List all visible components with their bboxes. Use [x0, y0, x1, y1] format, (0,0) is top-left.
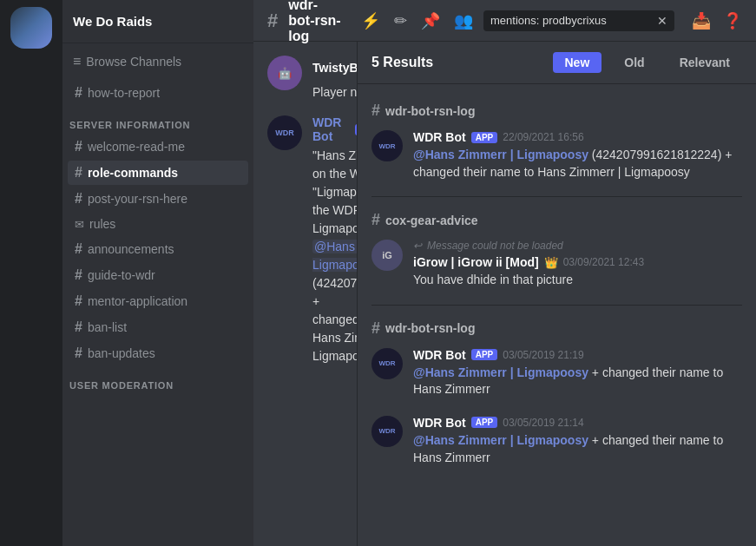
message-content: TwistyBot APP 22/09/2021 16:55 Player no… — [312, 56, 357, 102]
edit-icon[interactable]: ✏ — [394, 11, 407, 30]
channel-item-announcements[interactable]: # announcements — [68, 237, 248, 261]
envelope-icon: ✉ — [75, 218, 84, 231]
result-channel-name: wdr-bot-rsn-log — [385, 321, 475, 335]
hash-icon: # — [75, 319, 82, 335]
browse-icon: ≡ — [73, 54, 81, 69]
result-content: WDR Bot APP 22/09/2021 16:56 @Hans Zimme… — [413, 130, 742, 181]
result-message: iG ↩ Message could not be loaded iGrow |… — [358, 234, 756, 298]
server-name[interactable]: We Do Raids — [62, 0, 253, 43]
mention-highlight: @Hans Zimmerr | Ligmapoosy — [413, 433, 588, 447]
message-header: WDR Bot APP 22/09/2021 16:56 — [312, 115, 357, 143]
result-text: @Hans Zimmerr | Ligmapoosy + changed the… — [413, 365, 742, 398]
channel-name: guide-to-wdr — [88, 268, 155, 282]
result-divider — [371, 305, 742, 306]
result-text: @Hans Zimmerr | Ligmapoosy + changed the… — [413, 432, 742, 466]
inbox-icon[interactable]: 📥 — [692, 11, 711, 30]
sort-new-button[interactable]: New — [553, 52, 602, 73]
mention-highlight: @Hans Zimmerr | Ligmapoosy — [413, 148, 588, 161]
result-meta: WDR Bot APP 03/05/2019 21:19 — [413, 348, 742, 362]
result-channel-name: cox-gear-advice — [385, 214, 478, 227]
result-timestamp: 22/09/2021 16:56 — [503, 131, 583, 143]
channel-item-role-commands[interactable]: # role-commands — [68, 161, 248, 185]
sort-relevant-button[interactable]: Relevant — [667, 52, 742, 73]
hash-icon: # — [75, 293, 82, 309]
result-channel-header: # wdr-bot-rsn-log — [358, 95, 756, 125]
result-username: WDR Bot — [413, 348, 466, 362]
channel-item-rules[interactable]: ✉ rules — [68, 213, 248, 235]
hash-icon: # — [75, 345, 82, 361]
result-channel-header: # cox-gear-advice — [358, 204, 756, 234]
app-badge: APP — [471, 132, 498, 143]
hash-icon: # — [75, 85, 82, 101]
crown-icon: 👑 — [544, 256, 558, 269]
channel-item-post-rsn[interactable]: # post-your-rsn-here — [68, 187, 248, 211]
main-area: # wdr-bot-rsn-log ⚡ ✏ 📌 👥 mentions: prod… — [253, 0, 756, 546]
search-clear-button[interactable]: ✕ — [657, 14, 667, 28]
top-bar: # wdr-bot-rsn-log ⚡ ✏ 📌 👥 mentions: prod… — [253, 0, 756, 42]
result-channel-hash-icon: # — [371, 319, 380, 338]
pin-icon[interactable]: 📌 — [421, 11, 440, 30]
result-avatar: iG — [371, 240, 403, 271]
result-message: WDR WDR Bot APP 03/05/2019 21:19 @Hans Z… — [358, 343, 756, 407]
channel-name: role-commands — [88, 166, 178, 180]
result-timestamp: 03/09/2021 12:43 — [563, 256, 644, 268]
result-content: WDR Bot APP 03/05/2019 21:19 @Hans Zimme… — [413, 348, 742, 398]
channel-item-guide[interactable]: # guide-to-wdr — [68, 263, 248, 287]
result-meta: WDR Bot APP 03/05/2019 21:14 — [413, 416, 742, 430]
channel-item-ban-list[interactable]: # ban-list — [68, 315, 248, 339]
channel-item-welcome-read-me[interactable]: # welcome-read-me — [68, 135, 248, 159]
search-bar[interactable]: mentions: prodbycrixus ✕ — [483, 10, 674, 31]
channel-name: how-to-report — [88, 86, 160, 100]
channel-hash-icon: # — [267, 10, 278, 32]
section-server-info: SERVER INFORMATION — [62, 106, 253, 134]
hash-icon: # — [75, 165, 82, 181]
section-user-mod: USER MODERATION — [62, 366, 253, 394]
channel-item-how-to-report[interactable]: # how-to-report — [68, 81, 248, 105]
result-text: @Hans Zimmerr | Ligmapoosy (424207991621… — [413, 147, 742, 181]
reply-arrow-icon: ↩ — [413, 240, 422, 252]
message-username: TwistyBot — [312, 61, 357, 75]
avatar: 🤖 — [267, 56, 302, 90]
channel-item-mentor[interactable]: # mentor-application — [68, 289, 248, 313]
mention-highlight: @Hans Zimmerr | Ligmapoosy — [413, 365, 588, 379]
message-header: TwistyBot APP 22/09/2021 16:55 — [312, 56, 357, 80]
result-channel-name: wdr-bot-rsn-log — [385, 104, 475, 118]
top-bar-icons: ⚡ ✏ 📌 👥 — [361, 11, 473, 30]
channel-name: ban-list — [88, 320, 127, 334]
search-results-content: # wdr-bot-rsn-log WDR WDR Bot APP 22/09/… — [358, 84, 756, 546]
result-avatar: WDR — [371, 416, 403, 447]
browse-channels-button[interactable]: ≡ Browse Channels — [62, 47, 253, 76]
channel-item-ban-updates[interactable]: # ban-updates — [68, 341, 248, 365]
result-content: ↩ Message could not be loaded iGrow | iG… — [413, 240, 742, 289]
message-group: WDR WDR Bot APP 22/09/2021 16:56 "Hans Z… — [267, 115, 343, 365]
mention-text: @Hans Zimmerr | Ligmapoosy — [312, 240, 357, 272]
result-content: WDR Bot APP 03/05/2019 21:14 @Hans Zimme… — [413, 416, 742, 466]
hash-icon: # — [75, 191, 82, 207]
result-message: WDR WDR Bot APP 22/09/2021 16:56 @Hans Z… — [358, 125, 756, 189]
result-meta: iGrow | iGrow ii [Mod] 👑 03/09/2021 12:4… — [413, 255, 742, 269]
hash-icon: # — [75, 241, 82, 257]
threads-icon[interactable]: ⚡ — [361, 11, 380, 30]
members-icon[interactable]: 👥 — [454, 11, 473, 30]
search-query: mentions: prodbycrixus — [490, 14, 652, 27]
results-count: 5 Results — [371, 55, 542, 70]
result-avatar: WDR — [371, 348, 403, 379]
avatar: WDR — [267, 115, 302, 150]
result-channel-hash-icon: # — [371, 102, 380, 120]
help-icon[interactable]: ❓ — [723, 11, 742, 30]
hash-icon: # — [75, 139, 82, 155]
result-avatar: WDR — [371, 130, 403, 161]
channel-name: rules — [89, 217, 115, 231]
result-text: You have dhide in that picture — [413, 272, 742, 289]
server-icon[interactable] — [10, 7, 52, 49]
top-bar-channel-name: wdr-bot-rsn-log — [288, 0, 344, 44]
result-timestamp: 03/05/2019 21:14 — [503, 417, 583, 429]
reply-indicator: ↩ Message could not be loaded — [413, 240, 742, 252]
result-divider — [371, 196, 742, 197]
message-text: Player not found! — [312, 83, 357, 102]
message-username: WDR Bot — [312, 115, 348, 143]
message-content: WDR Bot APP 22/09/2021 16:56 "Hans Zimme… — [312, 115, 357, 365]
channel-sidebar: We Do Raids ≡ Browse Channels # how-to-r… — [62, 0, 253, 546]
channel-name: announcements — [88, 242, 174, 256]
sort-old-button[interactable]: Old — [612, 52, 656, 73]
